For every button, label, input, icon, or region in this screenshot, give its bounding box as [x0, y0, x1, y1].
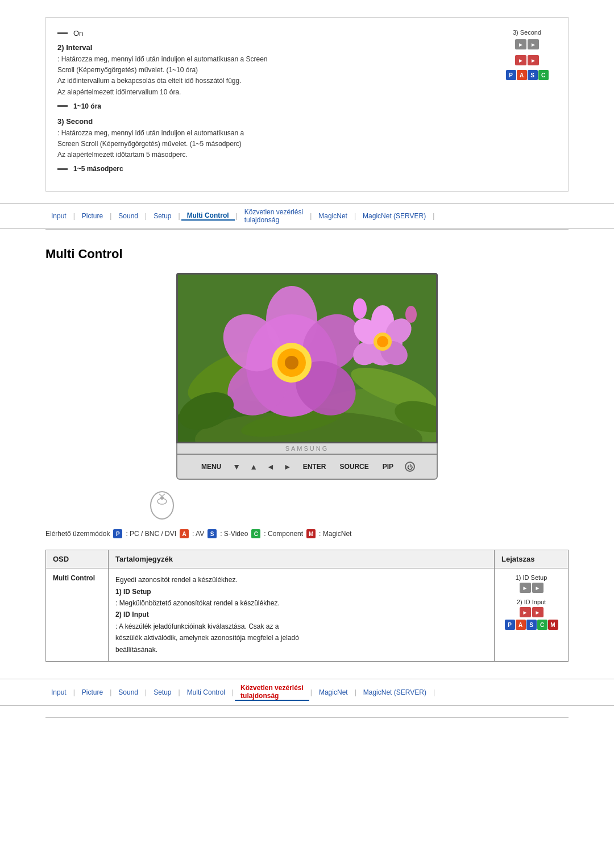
lejatszas-arrow-2a: ►	[520, 607, 531, 617]
notes-item2-title: 2) ID Input	[115, 610, 149, 618]
top-content-box: On 2) Interval : Határozza meg, mennyi i…	[45, 17, 569, 192]
ctrl-menu[interactable]: MENU	[199, 462, 223, 472]
col-lejatszas: Lejatszas	[495, 550, 569, 568]
remote-icon	[148, 491, 176, 520]
nav2-picture[interactable]: Picture	[76, 688, 109, 696]
lejatszas-arrows-1: ► ►	[501, 583, 561, 593]
notes-item2-body: : A készülék jeladófunkcióinak kiválaszt…	[115, 622, 299, 654]
td-osd: Multi Control	[46, 568, 109, 662]
mode-s: S	[208, 529, 217, 538]
pasc-a: A	[517, 70, 527, 80]
main-section: Multi Control	[45, 247, 569, 662]
nav-picture[interactable]: Picture	[76, 212, 109, 220]
pasc-t-p: P	[505, 620, 515, 630]
on-label: On	[57, 29, 488, 38]
second-title: 3) Second	[57, 117, 488, 126]
mode-c-desc: : Component	[264, 530, 303, 538]
nav-magicnet[interactable]: MagicNet	[313, 212, 353, 220]
nav-magicnet-server[interactable]: MagicNet (SERVER)	[357, 212, 432, 220]
arrow-right-1: ►	[515, 39, 526, 49]
pasc-p: P	[506, 70, 516, 80]
nav-input[interactable]: Input	[45, 212, 72, 220]
svg-line-32	[162, 494, 165, 496]
mode-s-desc: : S-Video	[220, 530, 248, 538]
monitor-flower-image	[178, 275, 438, 443]
nav2-kozvetlen[interactable]: Közvetlen vezérlésitulajdonság	[235, 684, 309, 701]
ctrl-right[interactable]: ►	[284, 462, 292, 471]
interval-body: : Határozza meg, mennyi idő után induljo…	[57, 54, 488, 98]
top-text-area: On 2) Interval : Határozza meg, mennyi i…	[57, 29, 488, 180]
monitor-container: SAMSUNG MENU ▼ ▲ ◄ ► ENTER SOURCE PIP ⏻	[45, 273, 569, 480]
interval-bullet-text: 1~10 óra	[73, 102, 101, 110]
pasc-t-c: C	[537, 620, 547, 630]
ctrl-up[interactable]: ▲	[250, 462, 258, 471]
ctrl-pip[interactable]: PIP	[380, 462, 396, 472]
interval-title: 2) Interval	[57, 43, 488, 52]
page-title: Multi Control	[45, 247, 569, 261]
ctrl-source[interactable]: SOURCE	[337, 462, 371, 472]
notes-item1-body: : Megkülönböztető azonosítókat rendel a …	[115, 599, 280, 607]
data-table: OSD Tartalomjegyzék Lejatszas Multi Cont…	[45, 550, 569, 662]
nav-multicontrol[interactable]: Multi Control	[181, 211, 235, 221]
mode-a: A	[180, 529, 189, 538]
pasc-t-s: S	[526, 620, 537, 630]
pasc-box-table: P A S C M	[501, 620, 561, 630]
arrow-red-2: ►	[528, 55, 539, 65]
monitor-brand: SAMSUNG	[176, 443, 438, 455]
nav-setup[interactable]: Setup	[148, 212, 177, 220]
top-arrows: ► ►	[515, 39, 539, 49]
mode-p: P	[113, 529, 122, 538]
lejatszas-arrow-2b: ►	[532, 607, 544, 617]
ctrl-enter[interactable]: ENTER	[301, 462, 329, 472]
remote-area	[148, 491, 569, 521]
nav2-magicnet[interactable]: MagicNet	[313, 688, 354, 696]
pasc-t-m: M	[548, 620, 558, 630]
svg-point-25	[405, 306, 417, 323]
pasc-box-top: P A S C	[506, 70, 549, 80]
nav2-multicontrol[interactable]: Multi Control	[181, 688, 231, 696]
ctrl-left[interactable]: ◄	[267, 462, 275, 471]
nav-sound[interactable]: Sound	[113, 212, 144, 220]
top-image-area: 3) Second ► ► ► ► P A S C	[488, 29, 557, 180]
divider-1	[45, 229, 569, 230]
nav2-magicnet-server[interactable]: MagicNet (SERVER)	[358, 688, 432, 696]
lejatszas-1: 1) ID Setup ► ►	[501, 574, 561, 593]
lejatszas-label-1: 1) ID Setup	[501, 574, 561, 581]
col-notes: Tartalomjegyzék	[109, 550, 495, 568]
td-lejatszas: 1) ID Setup ► ► 2) ID Input ► ►	[495, 568, 569, 662]
ctrl-down[interactable]: ▼	[233, 462, 240, 471]
lejatszas-label-2: 2) ID Input	[501, 599, 561, 605]
nav2-sound[interactable]: Sound	[113, 688, 144, 696]
divider-2	[45, 717, 569, 718]
image-label: 3) Second	[513, 29, 541, 36]
nav2-setup[interactable]: Setup	[148, 688, 177, 696]
mode-p-desc: : PC / BNC / DVI	[126, 530, 176, 538]
mode-a-desc: : AV	[192, 530, 204, 538]
pasc-s: S	[528, 70, 538, 80]
lejatszas-arrows-2: ► ►	[501, 607, 561, 617]
pasc-t-a: A	[516, 620, 526, 630]
monitor-controls: MENU ▼ ▲ ◄ ► ENTER SOURCE PIP ⏻	[176, 455, 438, 480]
svg-point-15	[285, 356, 298, 369]
nav2-input[interactable]: Input	[45, 688, 72, 696]
notes-intro: Egyedi azonosítót rendel a készülékhez.	[115, 576, 238, 584]
pasc-c: C	[538, 70, 549, 80]
top-arrows-2: ► ►	[515, 55, 539, 65]
nav-kozvetlen[interactable]: Közvetlen vezérlésitulajdonság	[239, 208, 309, 224]
arrow-right-2: ►	[528, 39, 539, 49]
lejatszas-2: 2) ID Input ► ► P A S C M	[501, 599, 561, 630]
svg-point-30	[160, 496, 164, 500]
second-bullet-text: 1~5 másodperc	[73, 165, 123, 173]
modes-label: Elérhető üzemmódok	[45, 530, 110, 538]
mode-m: M	[306, 529, 316, 538]
td-notes: Egyedi azonosítót rendel a készülékhez. …	[109, 568, 495, 662]
mode-c: C	[251, 529, 260, 538]
svg-point-24	[353, 298, 367, 319]
svg-point-23	[377, 336, 388, 347]
on-text: On	[73, 29, 83, 38]
lejatszas-arrow-1a: ►	[520, 583, 531, 593]
ctrl-power[interactable]: ⏻	[405, 462, 415, 472]
second-bullet: 1~5 másodperc	[57, 165, 488, 173]
mode-m-desc: : MagicNet	[319, 530, 351, 538]
col-osd: OSD	[46, 550, 109, 568]
